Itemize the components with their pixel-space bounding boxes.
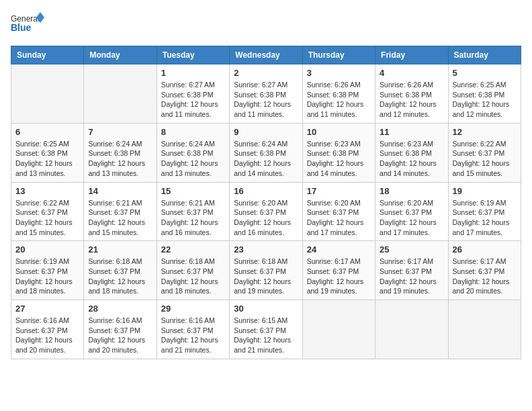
calendar-cell: 28Sunrise: 6:16 AM Sunset: 6:37 PM Dayli… — [84, 300, 157, 359]
day-info: Sunrise: 6:18 AM Sunset: 6:37 PM Dayligh… — [161, 257, 225, 296]
calendar-cell: 29Sunrise: 6:16 AM Sunset: 6:37 PM Dayli… — [157, 300, 229, 359]
day-info: Sunrise: 6:24 AM Sunset: 6:38 PM Dayligh… — [234, 139, 298, 179]
day-number: 19 — [453, 186, 517, 196]
calendar-week-row: 1Sunrise: 6:27 AM Sunset: 6:38 PM Daylig… — [11, 64, 521, 124]
day-info: Sunrise: 6:25 AM Sunset: 6:38 PM Dayligh… — [453, 80, 517, 120]
day-info: Sunrise: 6:18 AM Sunset: 6:37 PM Dayligh… — [234, 257, 298, 296]
calendar-cell: 2Sunrise: 6:27 AM Sunset: 6:38 PM Daylig… — [230, 64, 302, 124]
day-info: Sunrise: 6:26 AM Sunset: 6:38 PM Dayligh… — [380, 80, 443, 120]
day-number: 15 — [161, 186, 225, 196]
day-info: Sunrise: 6:22 AM Sunset: 6:37 PM Dayligh… — [15, 198, 79, 238]
day-number: 25 — [380, 244, 443, 255]
day-number: 18 — [380, 186, 443, 196]
day-info: Sunrise: 6:21 AM Sunset: 6:37 PM Dayligh… — [88, 198, 152, 238]
calendar-cell: 17Sunrise: 6:20 AM Sunset: 6:37 PM Dayli… — [302, 182, 375, 241]
calendar-cell: 5Sunrise: 6:25 AM Sunset: 6:38 PM Daylig… — [448, 64, 521, 124]
day-number: 5 — [453, 68, 517, 78]
calendar-cell: 7Sunrise: 6:24 AM Sunset: 6:38 PM Daylig… — [84, 123, 157, 182]
day-info: Sunrise: 6:16 AM Sunset: 6:37 PM Dayligh… — [15, 316, 79, 355]
calendar-week-row: 13Sunrise: 6:22 AM Sunset: 6:37 PM Dayli… — [11, 182, 521, 241]
day-number: 27 — [15, 304, 79, 314]
column-header-wednesday: Wednesday — [230, 46, 302, 64]
day-info: Sunrise: 6:27 AM Sunset: 6:38 PM Dayligh… — [161, 80, 225, 120]
day-info: Sunrise: 6:24 AM Sunset: 6:38 PM Dayligh… — [88, 139, 152, 179]
calendar-cell: 20Sunrise: 6:19 AM Sunset: 6:37 PM Dayli… — [11, 241, 84, 300]
calendar-cell: 4Sunrise: 6:26 AM Sunset: 6:38 PM Daylig… — [375, 64, 448, 124]
column-header-friday: Friday — [375, 46, 448, 64]
logo-svg: General Blue — [11, 11, 44, 39]
day-info: Sunrise: 6:19 AM Sunset: 6:37 PM Dayligh… — [453, 198, 517, 238]
day-number: 4 — [380, 68, 443, 78]
day-number: 26 — [453, 244, 517, 255]
calendar-cell: 15Sunrise: 6:21 AM Sunset: 6:37 PM Dayli… — [157, 182, 229, 241]
calendar-cell: 1Sunrise: 6:27 AM Sunset: 6:38 PM Daylig… — [157, 64, 229, 124]
day-number: 21 — [88, 244, 152, 255]
day-info: Sunrise: 6:27 AM Sunset: 6:38 PM Dayligh… — [234, 80, 298, 120]
calendar-cell: 3Sunrise: 6:26 AM Sunset: 6:38 PM Daylig… — [302, 64, 375, 124]
day-number: 13 — [15, 186, 79, 196]
day-info: Sunrise: 6:25 AM Sunset: 6:38 PM Dayligh… — [15, 139, 79, 179]
calendar-cell: 18Sunrise: 6:20 AM Sunset: 6:37 PM Dayli… — [375, 182, 448, 241]
day-number: 29 — [161, 304, 225, 314]
calendar-week-row: 20Sunrise: 6:19 AM Sunset: 6:37 PM Dayli… — [11, 241, 521, 300]
day-info: Sunrise: 6:20 AM Sunset: 6:37 PM Dayligh… — [380, 198, 443, 238]
day-info: Sunrise: 6:19 AM Sunset: 6:37 PM Dayligh… — [15, 257, 79, 296]
calendar-cell: 10Sunrise: 6:23 AM Sunset: 6:38 PM Dayli… — [302, 123, 375, 182]
day-number: 11 — [380, 127, 443, 137]
day-number: 1 — [161, 68, 225, 78]
page-header: General Blue — [11, 11, 521, 39]
calendar-cell — [375, 300, 448, 359]
logo: General Blue — [11, 11, 44, 39]
calendar-cell: 9Sunrise: 6:24 AM Sunset: 6:38 PM Daylig… — [230, 123, 302, 182]
day-info: Sunrise: 6:18 AM Sunset: 6:37 PM Dayligh… — [88, 257, 152, 296]
calendar-cell — [11, 64, 84, 124]
day-number: 9 — [234, 127, 298, 137]
day-number: 14 — [88, 186, 152, 196]
calendar-week-row: 27Sunrise: 6:16 AM Sunset: 6:37 PM Dayli… — [11, 300, 521, 359]
svg-text:Blue: Blue — [11, 22, 32, 33]
calendar-cell — [448, 300, 521, 359]
calendar-cell: 27Sunrise: 6:16 AM Sunset: 6:37 PM Dayli… — [11, 300, 84, 359]
day-number: 8 — [161, 127, 225, 137]
day-info: Sunrise: 6:26 AM Sunset: 6:38 PM Dayligh… — [307, 80, 371, 120]
day-number: 16 — [234, 186, 298, 196]
day-info: Sunrise: 6:21 AM Sunset: 6:37 PM Dayligh… — [161, 198, 225, 238]
day-number: 24 — [307, 244, 371, 255]
day-number: 23 — [234, 244, 298, 255]
calendar-table: SundayMondayTuesdayWednesdayThursdayFrid… — [11, 46, 521, 359]
calendar-cell: 16Sunrise: 6:20 AM Sunset: 6:37 PM Dayli… — [230, 182, 302, 241]
day-number: 2 — [234, 68, 298, 78]
column-header-sunday: Sunday — [11, 46, 84, 64]
calendar-cell: 11Sunrise: 6:23 AM Sunset: 6:38 PM Dayli… — [375, 123, 448, 182]
column-header-monday: Monday — [84, 46, 157, 64]
day-number: 6 — [15, 127, 79, 137]
calendar-cell: 12Sunrise: 6:22 AM Sunset: 6:37 PM Dayli… — [448, 123, 521, 182]
calendar-header-row: SundayMondayTuesdayWednesdayThursdayFrid… — [11, 46, 521, 64]
day-info: Sunrise: 6:16 AM Sunset: 6:37 PM Dayligh… — [161, 316, 225, 355]
day-number: 10 — [307, 127, 371, 137]
calendar-cell: 19Sunrise: 6:19 AM Sunset: 6:37 PM Dayli… — [448, 182, 521, 241]
calendar-cell: 26Sunrise: 6:17 AM Sunset: 6:37 PM Dayli… — [448, 241, 521, 300]
column-header-tuesday: Tuesday — [157, 46, 229, 64]
calendar-cell: 21Sunrise: 6:18 AM Sunset: 6:37 PM Dayli… — [84, 241, 157, 300]
calendar-week-row: 6Sunrise: 6:25 AM Sunset: 6:38 PM Daylig… — [11, 123, 521, 182]
day-info: Sunrise: 6:24 AM Sunset: 6:38 PM Dayligh… — [161, 139, 225, 179]
calendar-cell: 13Sunrise: 6:22 AM Sunset: 6:37 PM Dayli… — [11, 182, 84, 241]
column-header-thursday: Thursday — [302, 46, 375, 64]
day-info: Sunrise: 6:15 AM Sunset: 6:37 PM Dayligh… — [234, 316, 298, 355]
calendar-cell: 14Sunrise: 6:21 AM Sunset: 6:37 PM Dayli… — [84, 182, 157, 241]
day-info: Sunrise: 6:20 AM Sunset: 6:37 PM Dayligh… — [307, 198, 371, 238]
calendar-cell: 25Sunrise: 6:17 AM Sunset: 6:37 PM Dayli… — [375, 241, 448, 300]
calendar-cell — [84, 64, 157, 124]
day-number: 28 — [88, 304, 152, 314]
day-info: Sunrise: 6:16 AM Sunset: 6:37 PM Dayligh… — [88, 316, 152, 355]
day-info: Sunrise: 6:17 AM Sunset: 6:37 PM Dayligh… — [380, 257, 443, 296]
day-info: Sunrise: 6:20 AM Sunset: 6:37 PM Dayligh… — [234, 198, 298, 238]
day-number: 22 — [161, 244, 225, 255]
calendar-cell: 22Sunrise: 6:18 AM Sunset: 6:37 PM Dayli… — [157, 241, 229, 300]
day-number: 30 — [234, 304, 298, 314]
column-header-saturday: Saturday — [448, 46, 521, 64]
calendar-cell: 23Sunrise: 6:18 AM Sunset: 6:37 PM Dayli… — [230, 241, 302, 300]
day-info: Sunrise: 6:17 AM Sunset: 6:37 PM Dayligh… — [307, 257, 371, 296]
day-info: Sunrise: 6:17 AM Sunset: 6:37 PM Dayligh… — [453, 257, 517, 296]
